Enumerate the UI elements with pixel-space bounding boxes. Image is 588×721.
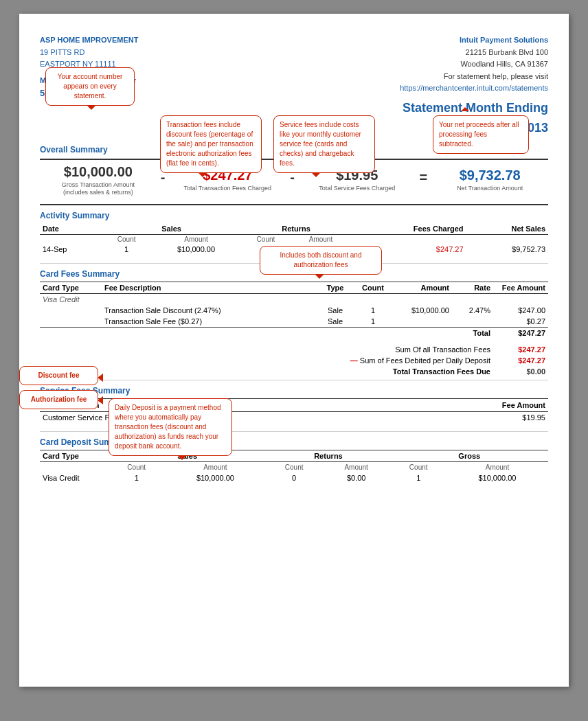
col-card-type: Card Type <box>40 282 102 293</box>
deposit-returns-amount: $0.00 <box>322 472 391 483</box>
col-amount: Amount <box>390 282 452 293</box>
txn-fees-label: Total Transaction Fees Charged <box>169 185 286 193</box>
col-count: Count <box>356 282 390 293</box>
deposit-sales-amount: $10,000.00 <box>164 472 266 483</box>
fee-row-1-type: Sale <box>315 305 356 316</box>
col-sales: Sales <box>102 223 241 235</box>
fees-total-row: Total $247.27 <box>40 327 548 339</box>
merchant-name: ASP HOME IMPROVEMENT <box>40 34 138 47</box>
company-url: https://merchantcenter.intuit.com/statem… <box>400 82 548 95</box>
callout-daily-deposit: Daily Deposit is a payment method where … <box>109 398 232 456</box>
deposit-sub-returns-count: Count <box>266 461 321 472</box>
deposit-sub-returns-amount: Amount <box>322 461 391 472</box>
fee-row-1-rate: 2.47% <box>452 305 493 316</box>
deposit-gross-amount: $10,000.00 <box>446 472 548 483</box>
fee-row-1-count: 1 <box>356 305 390 316</box>
col-deposit-gross: Gross <box>391 450 549 461</box>
fees-total-empty <box>40 327 452 339</box>
fee-row-1: Transaction Sale Discount (2.47%) Sale 1… <box>40 305 548 316</box>
sum-daily-value: $247.27 <box>493 355 548 366</box>
card-type-label: Visa Credit <box>40 293 548 305</box>
fee-row-1-description: Transaction Sale Discount (2.47%) <box>102 305 315 316</box>
fee-row-2-count: 1 <box>356 316 390 328</box>
callout-includes-both: Includes both discount and authorization… <box>260 246 382 275</box>
svc-fees-label: Total Service Fees Charged <box>299 185 416 193</box>
card-type-row: Visa Credit <box>40 293 548 305</box>
sub-sales-amount: Amount <box>151 234 241 244</box>
callout-transaction-fees: Transaction fees include discount fees (… <box>160 115 262 173</box>
sum-daily-row: — Sum of Fees Debited per Daily Deposit … <box>40 355 548 366</box>
activity-summary-title: Activity Summary <box>40 211 548 220</box>
deposit-sub-sales-count: Count <box>109 461 164 472</box>
total-due-label: Total Transaction Fees Due <box>40 366 493 377</box>
col-net-sales: Net Sales <box>466 223 548 235</box>
gross-amount-block: $10,000.00 Gross Transaction Amount(incl… <box>40 164 157 197</box>
sum-daily-label: — Sum of Fees Debited per Daily Deposit <box>40 355 493 366</box>
service-fee-amount: $19.95 <box>357 411 548 423</box>
callout-auth-fee: Authorization fee <box>19 390 98 409</box>
total-due-value: $0.00 <box>493 366 548 377</box>
sub-returns-amount: Amount <box>291 234 351 244</box>
company-support: For statement help, please visit <box>400 71 548 83</box>
sum-all-txn-row: Sum Of all Transaction Fees $247.27 <box>40 344 548 355</box>
callout-account-number: Your account number appears on every sta… <box>45 67 135 106</box>
activity-date: 14-Sep <box>40 244 102 255</box>
gross-label: Gross Transaction Amount(includes sales … <box>40 181 157 197</box>
callout-net-proceeds: Your net proceeds after all processing f… <box>433 115 529 154</box>
deposit-row: Visa Credit 1 $10,000.00 0 $0.00 1 $10,0… <box>40 472 548 483</box>
fee-row-2-card-type <box>40 316 102 328</box>
fee-row-2-amount <box>390 316 452 328</box>
activity-net-sales: $9,752.73 <box>466 244 548 255</box>
sum-all-txn-value: $247.27 <box>493 344 548 355</box>
fee-row-2-fee: $0.27 <box>493 316 548 328</box>
card-fees-table: Card Type Fee Description Type Count Amo… <box>40 282 548 339</box>
total-due-row: Total Transaction Fees Due $0.00 <box>40 366 548 377</box>
fees-total-label: Total <box>452 327 493 339</box>
fee-row-1-amount: $10,000.00 <box>390 305 452 316</box>
deposit-card-type: Visa Credit <box>40 472 109 483</box>
activity-sales-amount: $10,000.00 <box>151 244 241 255</box>
callout-service-fees: Service fees include costs like your mon… <box>273 115 375 173</box>
col-fee-amount: Fee Amount <box>493 282 548 293</box>
col-type: Type <box>315 282 356 293</box>
fees-total-amount: $247.27 <box>493 327 548 339</box>
merchant-address1: 19 PITTS RD <box>40 47 138 59</box>
fee-row-2-rate <box>452 316 493 328</box>
col-service-fee-amount: Fee Amount <box>357 398 548 411</box>
gross-amount: $10,000.00 <box>40 164 157 180</box>
fee-row-2: Transaction Sale Fee ($0.27) Sale 1 $0.2… <box>40 316 548 328</box>
statement-page: Your account number appears on every sta… <box>19 14 569 687</box>
col-date: Date <box>40 223 102 235</box>
col-deposit-card-type: Card Type <box>40 450 109 461</box>
activity-sales-count: 1 <box>102 244 151 255</box>
net-amount: $9,732.78 <box>431 168 548 183</box>
deposit-sales-count: 1 <box>109 472 164 483</box>
deposit-returns-count: 0 <box>266 472 321 483</box>
col-fees-charged: Fees Charged <box>351 223 466 235</box>
deposit-sub-gross-amount: Amount <box>446 461 548 472</box>
deposit-gross-count: 1 <box>391 472 446 483</box>
sum-all-txn-label: Sum Of all Transaction Fees <box>40 344 493 355</box>
sub-sales-count: Count <box>102 234 151 244</box>
summary-totals-table: Sum Of all Transaction Fees $247.27 — Su… <box>40 344 548 377</box>
company-address2: Woodland Hills, CA 91367 <box>400 58 548 71</box>
col-deposit-returns: Returns <box>266 450 390 461</box>
fee-row-2-type: Sale <box>315 316 356 328</box>
fee-row-2-description: Transaction Sale Fee ($0.27) <box>102 316 315 328</box>
service-fees-title: Service Fees Summary <box>40 386 548 396</box>
col-returns: Returns <box>241 223 351 235</box>
fee-row-1-fee: $247.00 <box>493 305 548 316</box>
deposit-sub-gross-count: Count <box>391 461 446 472</box>
col-rate: Rate <box>452 282 493 293</box>
callout-discount-fee: Discount fee <box>19 366 98 385</box>
col-fee-description: Fee Description <box>102 282 315 293</box>
company-address1: 21215 Burbank Blvd 100 <box>400 47 548 59</box>
net-label: Net Transaction Amount <box>431 185 548 193</box>
equals-operator: = <box>416 170 432 185</box>
company-name: Intuit Payment Solutions <box>400 34 548 47</box>
sub-returns-count: Count <box>241 234 291 244</box>
fee-row-1-card-type <box>40 305 102 316</box>
net-amount-block: $9,732.78 Net Transaction Amount <box>431 168 548 193</box>
